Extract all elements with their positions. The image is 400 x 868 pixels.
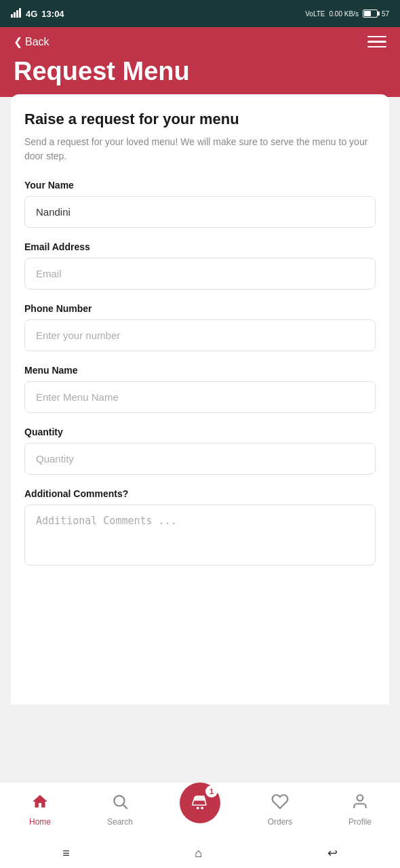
orders-nav-label: Orders: [268, 817, 293, 827]
nav-item-home[interactable]: Home: [20, 793, 60, 827]
svg-rect-3: [19, 8, 21, 18]
email-label: Email Address: [24, 241, 376, 252]
system-home-button[interactable]: ⌂: [195, 846, 202, 861]
name-input[interactable]: [24, 196, 376, 228]
header: ❮ Back Request Menu: [0, 27, 400, 97]
back-button[interactable]: ❮ Back: [14, 35, 49, 48]
search-nav-label: Search: [107, 817, 133, 827]
bottom-navigation: Home Search 1 Orders: [0, 782, 400, 838]
form-subtitle: Send a request for your loved menu! We w…: [24, 135, 376, 163]
status-left: 4G 13:04: [11, 8, 64, 20]
svg-point-8: [357, 795, 363, 801]
name-label: Your Name: [24, 180, 376, 191]
time-display: 13:04: [41, 9, 64, 19]
svg-line-5: [123, 805, 127, 809]
nav-item-profile[interactable]: Profile: [340, 793, 380, 827]
back-label: Back: [25, 36, 49, 48]
phone-input[interactable]: [24, 319, 376, 351]
quantity-input[interactable]: [24, 443, 376, 475]
phone-label: Phone Number: [24, 303, 376, 314]
svg-point-4: [114, 795, 124, 806]
comments-input[interactable]: [24, 505, 376, 566]
home-icon: [31, 793, 49, 814]
system-navigation-bar: ≡ ⌂ ↩: [0, 838, 400, 868]
nav-item-cart[interactable]: 1: [180, 789, 220, 830]
comments-label: Additional Comments?: [24, 488, 376, 499]
system-back-button[interactable]: ↩: [327, 846, 338, 861]
page-title: Request Menu: [14, 58, 386, 86]
quantity-field-group: Quantity: [24, 427, 376, 475]
comments-field-group: Additional Comments?: [24, 488, 376, 568]
svg-rect-1: [14, 12, 16, 18]
battery-icon: [363, 9, 378, 18]
cart-button[interactable]: 1: [180, 783, 220, 823]
nav-item-search[interactable]: Search: [100, 793, 140, 827]
hamburger-menu-button[interactable]: [367, 36, 386, 48]
battery-level: 57: [382, 10, 389, 18]
status-right: VoLTE 0.00 KB/s 57: [305, 9, 389, 18]
profile-icon: [351, 793, 369, 814]
volte-label: VoLTE: [305, 10, 325, 18]
speed-display: 0.00 KB/s: [329, 10, 359, 18]
signal-icon: [11, 8, 22, 20]
form-title: Raise a request for your menu: [24, 111, 376, 128]
email-input[interactable]: [24, 258, 376, 290]
menu-name-input[interactable]: [24, 381, 376, 413]
search-icon: [111, 793, 129, 814]
svg-point-7: [201, 807, 203, 809]
system-menu-button[interactable]: ≡: [62, 846, 70, 861]
home-nav-label: Home: [29, 817, 51, 827]
svg-rect-0: [11, 14, 13, 18]
email-field-group: Email Address: [24, 241, 376, 290]
nav-item-orders[interactable]: Orders: [260, 793, 300, 827]
menu-name-label: Menu Name: [24, 365, 376, 376]
status-bar: 4G 13:04 VoLTE 0.00 KB/s 57: [0, 0, 400, 27]
header-nav: ❮ Back: [14, 35, 386, 48]
main-content: Raise a request for your menu Send a req…: [11, 94, 389, 705]
network-type: 4G: [26, 9, 37, 19]
menu-name-field-group: Menu Name: [24, 365, 376, 413]
quantity-label: Quantity: [24, 427, 376, 437]
chevron-left-icon: ❮: [14, 35, 22, 48]
svg-point-6: [197, 807, 199, 809]
cart-badge: 1: [205, 785, 218, 797]
phone-field-group: Phone Number: [24, 303, 376, 351]
svg-rect-2: [16, 10, 18, 18]
profile-nav-label: Profile: [348, 817, 372, 827]
orders-icon: [271, 793, 289, 814]
name-field-group: Your Name: [24, 180, 376, 228]
